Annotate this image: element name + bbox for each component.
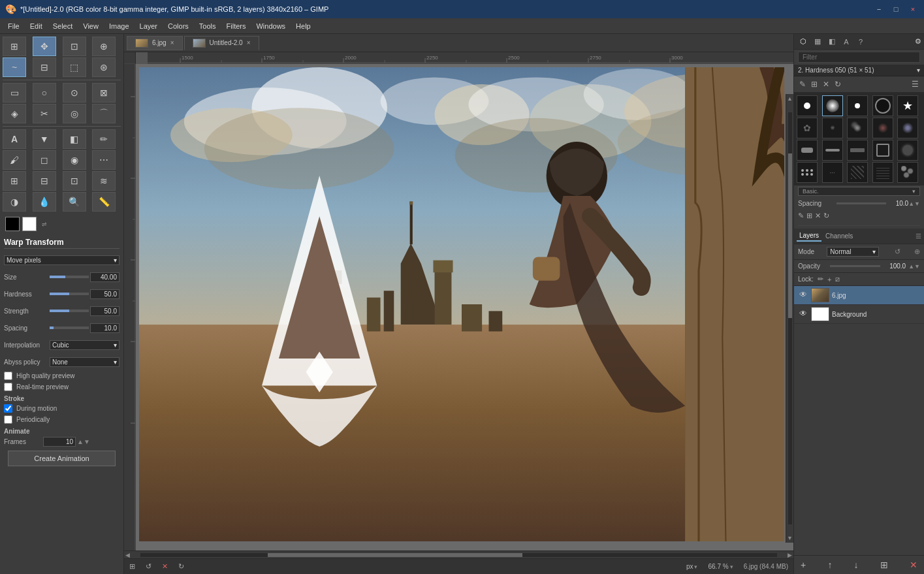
brush-spacing-slider[interactable] — [836, 202, 886, 204]
brush-spacing-spin-icon[interactable]: ▲▼ — [908, 200, 920, 207]
menu-select[interactable]: Select — [48, 21, 78, 31]
brush-item-dot2[interactable]: ··· — [822, 162, 843, 183]
hscroll-track[interactable] — [140, 553, 777, 557]
rp-tab-patterns[interactable]: ▦ — [811, 36, 824, 48]
tool-color-select[interactable]: ◈ — [3, 104, 26, 123]
layers-tab[interactable]: Layers — [797, 231, 821, 242]
hscroll-left-icon[interactable]: ◀ — [125, 552, 130, 558]
size-input[interactable] — [90, 272, 119, 282]
clear-icon[interactable]: ✕ — [162, 562, 168, 571]
tool-gradient[interactable]: ◧ — [63, 129, 86, 149]
brush-tag[interactable]: Basic. ▾ — [798, 187, 920, 196]
spacing-input[interactable] — [90, 323, 119, 333]
hscroll-right-icon[interactable]: ▶ — [788, 552, 792, 558]
channels-tab[interactable]: Channels — [823, 231, 855, 241]
tool-smudge[interactable]: ≋ — [92, 171, 116, 191]
rp-tab-gradients[interactable]: ◧ — [825, 36, 838, 48]
close-button[interactable]: × — [907, 3, 919, 15]
tool-color-picker[interactable]: 💧 — [33, 192, 56, 212]
brush-item-splat1[interactable]: ✿ — [797, 118, 818, 138]
rp-tab-symbol[interactable]: ? — [854, 36, 867, 48]
tool-paintbrush[interactable]: 🖌 — [3, 150, 26, 170]
brush-edit-btn[interactable]: ✎ — [798, 212, 804, 220]
layer-delete-button[interactable]: ✕ — [907, 558, 920, 571]
hscroll-thumb[interactable] — [268, 553, 522, 557]
brush-item-circle-sm[interactable] — [797, 95, 818, 116]
tool-ink[interactable]: ⋯ — [92, 150, 116, 170]
layer-up-button[interactable]: ↑ — [825, 558, 835, 571]
canvas-tab-untitled[interactable]: Untitled-2.0 × — [184, 36, 259, 50]
brush-item-dot1[interactable] — [797, 162, 818, 183]
swap-colors[interactable]: ⇌ — [42, 221, 47, 227]
tool-paths[interactable]: ⌒ — [92, 104, 116, 123]
menu-view[interactable]: View — [78, 21, 104, 31]
rp-tab-fonts[interactable]: A — [840, 36, 853, 48]
brush-item-ink1[interactable] — [797, 140, 818, 161]
layers-configure-icon[interactable]: ☰ — [916, 232, 921, 240]
tool-ellipse-select[interactable]: ○ — [33, 83, 56, 103]
canvas-hscroll[interactable]: ◀ ▶ — [124, 550, 793, 558]
tool-fuzzy-select[interactable]: ⊠ — [92, 83, 116, 103]
vscroll-up-icon[interactable]: ▲ — [787, 95, 793, 102]
frames-spinner-icon[interactable]: ▲▼ — [77, 438, 90, 445]
menu-filters[interactable]: Filters — [221, 21, 251, 31]
brush-delete-btn2[interactable]: ✕ — [815, 212, 821, 220]
opacity-spin-icon[interactable]: ▲▼ — [908, 263, 920, 270]
brush-item-dot4[interactable] — [872, 162, 893, 183]
brush-copy-btn[interactable]: ⊞ — [806, 212, 812, 220]
hardness-slider[interactable] — [50, 293, 89, 295]
abyss-dropdown[interactable]: None ▾ — [50, 357, 119, 367]
tool-perspective[interactable]: ⬚ — [63, 57, 86, 77]
maximize-button[interactable]: □ — [890, 3, 902, 15]
brush-filter-input[interactable] — [798, 52, 920, 63]
layer-down-button[interactable]: ↓ — [852, 558, 861, 571]
tool-eraser[interactable]: ◻ — [33, 150, 56, 170]
menu-windows[interactable]: Windows — [251, 21, 291, 31]
menu-layer[interactable]: Layer — [135, 21, 163, 31]
layer-duplicate-button[interactable]: ⊞ — [878, 558, 891, 571]
zoom-chevron-icon[interactable]: ▾ — [730, 564, 733, 570]
undo-icon[interactable]: ↺ — [146, 562, 151, 571]
canvas-vscroll[interactable]: ▲ ▼ — [786, 94, 793, 543]
brush-duplicate-icon[interactable]: ⊞ — [810, 78, 819, 90]
brush-refresh-icon[interactable]: ↻ — [833, 78, 842, 90]
during-motion-checkbox[interactable] — [4, 404, 12, 413]
menu-image[interactable]: Image — [104, 21, 135, 31]
high-quality-checkbox[interactable] — [4, 372, 12, 380]
brush-item-ink4[interactable] — [872, 140, 893, 161]
brush-menu-icon[interactable]: ☰ — [910, 78, 920, 90]
tool-fg-select[interactable]: ◎ — [63, 104, 86, 123]
canvas-viewport[interactable]: ▲ ▼ — [136, 64, 793, 550]
brush-delete-icon[interactable]: ✕ — [821, 78, 831, 90]
vscroll-down-icon[interactable]: ▼ — [787, 535, 793, 541]
brush-item-circle-soft[interactable] — [822, 95, 843, 116]
layers-reset-icon[interactable]: ↺ — [895, 247, 900, 256]
brush-item-ink2[interactable] — [822, 140, 843, 161]
brush-item-ink3[interactable] — [847, 140, 868, 161]
background-color[interactable] — [22, 217, 37, 231]
brush-item-dot5[interactable] — [897, 162, 918, 183]
tool-align[interactable]: ⊞ — [3, 37, 26, 56]
lock-position-icon[interactable]: + — [827, 276, 831, 283]
menu-file[interactable]: File — [3, 21, 25, 31]
tool-scissors[interactable]: ✂ — [33, 104, 56, 123]
tool-move[interactable]: ✥ — [33, 37, 56, 56]
tool-flip[interactable]: ⊟ — [33, 57, 56, 77]
tab-close-6jpg[interactable]: × — [170, 39, 174, 46]
tool-airbrush[interactable]: ◉ — [63, 150, 86, 170]
tool-warp[interactable]: ~ — [3, 57, 26, 77]
layers-mode-dropdown[interactable]: Normal ▾ — [827, 247, 879, 257]
interpolation-dropdown[interactable]: Cubic ▾ — [50, 340, 119, 350]
tool-dodge-burn[interactable]: ◑ — [3, 192, 26, 212]
vscroll-track[interactable] — [788, 112, 792, 524]
vscroll-thumb[interactable] — [788, 153, 792, 318]
tool-clone[interactable]: ⊞ — [3, 171, 26, 191]
brush-item-circle-hard-lg[interactable] — [872, 95, 893, 116]
tool-zoom[interactable]: 🔍 — [63, 192, 86, 212]
layer-item-background[interactable]: 👁 Background — [794, 305, 924, 324]
layers-blend-icon[interactable]: ⊕ — [914, 247, 920, 256]
strength-input[interactable] — [90, 306, 119, 316]
brush-item-splat3[interactable] — [847, 118, 868, 138]
brush-refresh-btn[interactable]: ↻ — [823, 212, 829, 220]
tool-presets-icon[interactable]: ⊞ — [129, 562, 135, 571]
